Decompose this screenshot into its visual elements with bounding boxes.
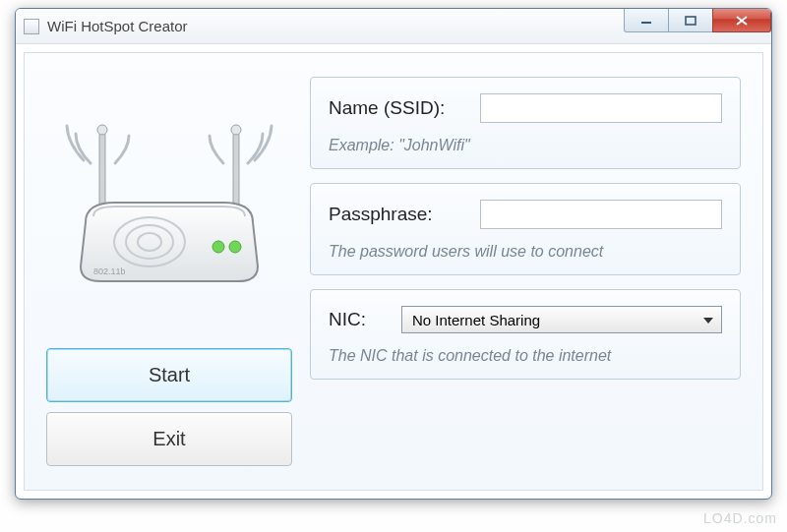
ssid-label: Name (SSID): bbox=[329, 97, 466, 119]
nic-group: NIC: No Internet Sharing The NIC that is… bbox=[310, 289, 741, 380]
titlebar: WiFi HotSpot Creator bbox=[16, 9, 771, 44]
svg-rect-0 bbox=[641, 22, 651, 24]
passphrase-group: Passphrase: The password users will use … bbox=[310, 183, 741, 275]
router-illustration: 802.11b bbox=[46, 77, 292, 319]
nic-hint: The NIC that is connected to the interne… bbox=[329, 347, 722, 365]
close-button[interactable] bbox=[712, 9, 771, 32]
minimize-button[interactable] bbox=[624, 9, 669, 32]
close-icon bbox=[735, 15, 749, 27]
exit-button-label: Exit bbox=[152, 428, 185, 450]
window-controls bbox=[625, 9, 771, 32]
svg-point-5 bbox=[97, 125, 107, 135]
left-column: 802.11b Start Exit bbox=[46, 77, 292, 466]
passphrase-label: Passphrase: bbox=[329, 204, 466, 225]
nic-select[interactable]: No Internet Sharing bbox=[401, 306, 722, 333]
passphrase-hint: The password users will use to connect bbox=[329, 243, 722, 261]
ssid-group: Name (SSID): Example: "JohnWifi" bbox=[310, 77, 741, 169]
maximize-button[interactable] bbox=[668, 9, 713, 32]
maximize-icon bbox=[685, 16, 696, 26]
svg-rect-1 bbox=[686, 17, 696, 25]
window-title: WiFi HotSpot Creator bbox=[47, 18, 188, 34]
exit-button[interactable]: Exit bbox=[46, 412, 292, 466]
app-icon bbox=[24, 19, 39, 34]
ssid-input[interactable] bbox=[480, 93, 722, 123]
start-button-label: Start bbox=[149, 364, 190, 386]
nic-label: NIC: bbox=[329, 309, 388, 330]
app-window: WiFi HotSpot Creator bbox=[15, 8, 772, 500]
svg-point-12 bbox=[229, 241, 241, 253]
minimize-icon bbox=[640, 16, 652, 26]
client-area: 802.11b Start Exit Name (SSID): Example:… bbox=[24, 52, 763, 491]
svg-point-11 bbox=[212, 241, 224, 253]
watermark: LO4D.com bbox=[703, 510, 777, 526]
ssid-hint: Example: "JohnWifi" bbox=[329, 137, 722, 154]
right-column: Name (SSID): Example: "JohnWifi" Passphr… bbox=[310, 77, 741, 466]
nic-select-value: No Internet Sharing bbox=[412, 312, 540, 328]
passphrase-input[interactable] bbox=[480, 200, 722, 229]
start-button[interactable]: Start bbox=[46, 348, 292, 402]
router-icon: 802.11b bbox=[56, 94, 282, 301]
svg-text:802.11b: 802.11b bbox=[93, 266, 126, 276]
svg-point-7 bbox=[231, 125, 241, 135]
